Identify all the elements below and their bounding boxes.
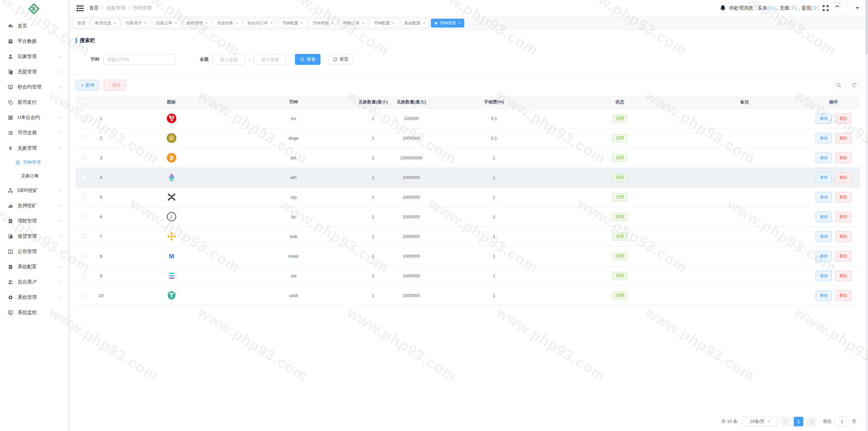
row-delete-button[interactable]: 删除 xyxy=(835,251,851,261)
row-delete-button[interactable]: 删除 xyxy=(835,113,851,124)
row-delete-button[interactable]: 删除 xyxy=(835,172,851,183)
row-delete-button[interactable]: 删除 xyxy=(835,290,851,301)
close-icon[interactable]: × xyxy=(205,21,208,25)
min-amount-input[interactable] xyxy=(213,54,245,65)
edit-button[interactable]: 修改 xyxy=(815,113,832,124)
table-refresh-button[interactable] xyxy=(848,79,860,91)
edit-button[interactable]: 修改 xyxy=(815,290,832,301)
avatar[interactable] xyxy=(834,1,848,15)
sidebar-item-后台用户[interactable]: 后台用户 xyxy=(0,274,68,290)
edit-button[interactable]: 修改 xyxy=(815,231,832,242)
edit-button[interactable]: 修改 xyxy=(815,153,832,163)
breadcrumb-item-兑换管理[interactable]: 兑换管理 xyxy=(106,5,125,11)
close-icon[interactable]: × xyxy=(270,21,273,25)
close-icon[interactable]: × xyxy=(362,21,364,25)
sidebar-item-秒合约管理[interactable]: 秒合约管理 xyxy=(0,79,68,95)
tab-充值列表[interactable]: 充值列表× xyxy=(213,19,242,27)
prev-page-button[interactable] xyxy=(781,417,790,426)
tab-首页[interactable]: 首页 xyxy=(74,19,89,27)
tab-申购订单[interactable]: 申购订单× xyxy=(339,19,368,27)
fullscreen-icon[interactable] xyxy=(822,5,829,12)
edit-button[interactable]: 修改 xyxy=(815,251,832,261)
row-checkbox[interactable] xyxy=(82,214,86,219)
tab-币种配置[interactable]: 币种配置× xyxy=(370,19,398,27)
sidebar-item-公告管理[interactable]: 公告管理 xyxy=(0,244,68,259)
tab-玩家用户[interactable]: 玩家用户× xyxy=(122,19,150,27)
tab-币种配置[interactable]: 币种配置× xyxy=(278,19,307,27)
sidebar-item-系统监控[interactable]: 系统监控 xyxy=(0,305,68,320)
app-logo[interactable] xyxy=(0,0,68,18)
breadcrumb-item-首页[interactable]: 首页 xyxy=(89,5,99,11)
close-icon[interactable]: × xyxy=(331,21,334,25)
row-delete-button[interactable]: 删除 xyxy=(835,231,851,242)
search-button[interactable]: 搜索 xyxy=(295,54,320,65)
row-checkbox[interactable] xyxy=(82,155,86,160)
tab-归集订单[interactable]: 归集订单× xyxy=(152,19,181,27)
page-size-select[interactable]: 10条/页 xyxy=(742,417,777,426)
tab-秒合约订单[interactable]: 秒合约订单× xyxy=(244,19,276,27)
next-page-button[interactable] xyxy=(807,417,816,426)
breadcrumb-item-币种管理[interactable]: 币种管理 xyxy=(133,5,152,11)
sidebar-item-充提管理[interactable]: 充提管理 xyxy=(0,64,68,79)
close-icon[interactable]: × xyxy=(458,21,460,25)
current-page-button[interactable]: 1 xyxy=(794,417,803,426)
row-checkbox[interactable] xyxy=(82,116,86,120)
sidebar-subitem-币种管理[interactable]: 币种管理 xyxy=(0,156,68,169)
edit-button[interactable]: 修改 xyxy=(815,212,832,222)
sidebar-item-币币交易[interactable]: 币币交易 xyxy=(0,125,68,140)
bell-icon[interactable] xyxy=(720,5,726,12)
row-checkbox[interactable] xyxy=(82,234,86,238)
close-icon[interactable]: × xyxy=(236,21,238,25)
user-menu-caret-icon[interactable] xyxy=(856,7,859,9)
sidebar-item-系统配置[interactable]: 系统配置 xyxy=(0,259,68,274)
add-button[interactable]: +新增 xyxy=(76,80,99,91)
sidebar-item-平台数据[interactable]: 平台数据 xyxy=(0,34,68,49)
tab-账变信息[interactable]: 账变信息× xyxy=(91,19,120,27)
edit-button[interactable]: 修改 xyxy=(815,133,832,143)
tab-基础配置[interactable]: 基础配置× xyxy=(400,19,429,27)
sidebar-item-新币发行[interactable]: 新币发行 xyxy=(0,95,68,110)
edit-button[interactable]: 修改 xyxy=(815,172,832,183)
sidebar-subitem-兑换订单[interactable]: 兑换订单 xyxy=(0,169,68,183)
sidebar-item-理财管理[interactable]: 理财管理 xyxy=(0,213,68,229)
close-icon[interactable]: × xyxy=(301,21,303,25)
row-delete-button[interactable]: 删除 xyxy=(835,133,851,143)
row-delete-button[interactable]: 删除 xyxy=(835,212,851,222)
table-search-toggle-button[interactable] xyxy=(833,79,844,91)
row-checkbox[interactable] xyxy=(82,293,86,297)
sidebar-item-U本位合约[interactable]: U本位合约 xyxy=(0,110,68,125)
edit-button[interactable]: 修改 xyxy=(815,271,832,281)
max-amount-input[interactable] xyxy=(254,54,286,65)
close-icon[interactable]: × xyxy=(175,21,177,25)
row-delete-button[interactable]: 删除 xyxy=(835,271,851,281)
edit-button[interactable]: 修改 xyxy=(815,192,832,202)
tab-授权管理[interactable]: 授权管理× xyxy=(183,19,211,27)
sidebar-item-DEFI挖矿[interactable]: DEFI挖矿 xyxy=(0,183,68,198)
sidebar-item-质押挖矿[interactable]: 质押挖矿 xyxy=(0,198,68,213)
sidebar-item-系统管理[interactable]: 系统管理 xyxy=(0,290,68,305)
goto-page-input[interactable] xyxy=(834,417,849,426)
sidebar-item-首页[interactable]: 首页 xyxy=(0,18,68,34)
reset-button[interactable]: 重置 xyxy=(328,54,353,65)
tab-币种管理[interactable]: 币种管理× xyxy=(431,19,464,27)
row-delete-button[interactable]: 删除 xyxy=(835,153,851,163)
row-checkbox[interactable] xyxy=(82,253,86,258)
sidebar-scrollbar[interactable] xyxy=(68,0,70,431)
delete-button[interactable]: -删除 xyxy=(104,80,126,91)
sidebar-item-兑换管理[interactable]: ¥ 兑换管理 xyxy=(0,140,68,156)
currency-input[interactable] xyxy=(103,54,175,65)
sidebar-collapse-icon[interactable] xyxy=(76,5,84,11)
sidebar-item-借贷管理[interactable]: 借贷管理 xyxy=(0,229,68,244)
row-checkbox[interactable] xyxy=(82,194,86,199)
close-icon[interactable]: × xyxy=(392,21,395,25)
row-checkbox[interactable] xyxy=(82,273,86,278)
select-all-checkbox[interactable] xyxy=(82,99,86,104)
close-icon[interactable]: × xyxy=(144,21,146,25)
tab-币种周期[interactable]: 币种周期× xyxy=(309,19,337,27)
close-icon[interactable]: × xyxy=(423,21,425,25)
row-checkbox[interactable] xyxy=(82,175,86,179)
page-scrollbar[interactable] xyxy=(865,0,868,431)
close-icon[interactable]: × xyxy=(114,21,116,25)
row-checkbox[interactable] xyxy=(82,135,86,140)
row-delete-button[interactable]: 删除 xyxy=(835,192,851,202)
